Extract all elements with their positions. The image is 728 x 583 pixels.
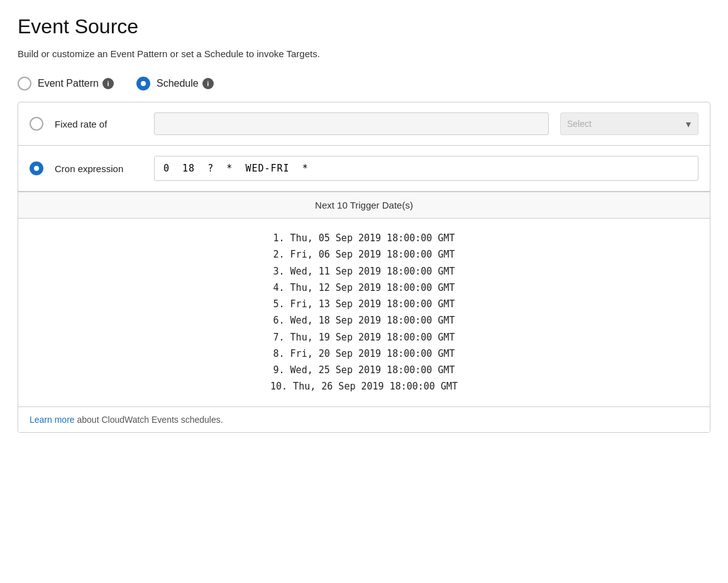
- event-pattern-label: Event Pattern i: [38, 78, 114, 89]
- schedule-box: Fixed rate of Select Minute(s) Hour(s) D…: [18, 102, 710, 433]
- trigger-date-item: 2. Fri, 06 Sep 2019 18:00:00 GMT: [18, 246, 710, 263]
- select-wrapper: Select Minute(s) Hour(s) Day(s): [560, 112, 698, 135]
- cron-expression-input[interactable]: [154, 156, 698, 181]
- page-subtitle: Build or customize an Event Pattern or s…: [18, 48, 710, 59]
- trigger-date-item: 1. Thu, 05 Sep 2019 18:00:00 GMT: [18, 230, 710, 246]
- fixed-rate-label: Fixed rate of: [55, 119, 143, 129]
- fixed-rate-row: Fixed rate of Select Minute(s) Hour(s) D…: [18, 102, 710, 146]
- trigger-date-item: 7. Thu, 19 Sep 2019 18:00:00 GMT: [18, 329, 710, 346]
- trigger-date-item: 6. Wed, 18 Sep 2019 18:00:00 GMT: [18, 312, 710, 329]
- event-pattern-radio[interactable]: [18, 77, 31, 90]
- trigger-date-item: 4. Thu, 12 Sep 2019 18:00:00 GMT: [18, 280, 710, 296]
- trigger-date-item: 3. Wed, 11 Sep 2019 18:00:00 GMT: [18, 263, 710, 280]
- learn-more-suffix: about CloudWatch Events schedules.: [75, 415, 223, 425]
- learn-more-row: Learn more about CloudWatch Events sched…: [18, 406, 710, 432]
- trigger-dates-header: Next 10 Trigger Date(s): [18, 192, 710, 219]
- schedule-option[interactable]: Schedule i: [136, 77, 214, 90]
- trigger-date-item: 5. Fri, 13 Sep 2019 18:00:00 GMT: [18, 296, 710, 312]
- trigger-date-item: 8. Fri, 20 Sep 2019 18:00:00 GMT: [18, 346, 710, 362]
- trigger-date-item: 9. Wed, 25 Sep 2019 18:00:00 GMT: [18, 362, 710, 378]
- cron-expression-label: Cron expression: [55, 163, 143, 174]
- event-pattern-info-icon[interactable]: i: [102, 78, 114, 89]
- schedule-label: Schedule i: [157, 78, 214, 89]
- learn-more-link[interactable]: Learn more: [30, 415, 75, 425]
- trigger-date-item: 10. Thu, 26 Sep 2019 18:00:00 GMT: [18, 378, 710, 395]
- fixed-rate-input[interactable]: [154, 112, 549, 135]
- fixed-rate-select[interactable]: Select Minute(s) Hour(s) Day(s): [560, 112, 698, 135]
- trigger-dates-section: Next 10 Trigger Date(s) 1. Thu, 05 Sep 2…: [18, 192, 710, 432]
- schedule-radio[interactable]: [136, 77, 150, 90]
- source-type-group: Event Pattern i Schedule i: [18, 77, 710, 90]
- trigger-dates-list: 1. Thu, 05 Sep 2019 18:00:00 GMT2. Fri, …: [18, 219, 710, 406]
- cron-expression-radio[interactable]: [30, 161, 43, 175]
- cron-expression-row: Cron expression: [18, 146, 710, 192]
- page-title: Event Source: [18, 15, 710, 38]
- schedule-info-icon[interactable]: i: [202, 78, 214, 89]
- event-pattern-option[interactable]: Event Pattern i: [18, 77, 114, 90]
- fixed-rate-radio[interactable]: [30, 117, 43, 131]
